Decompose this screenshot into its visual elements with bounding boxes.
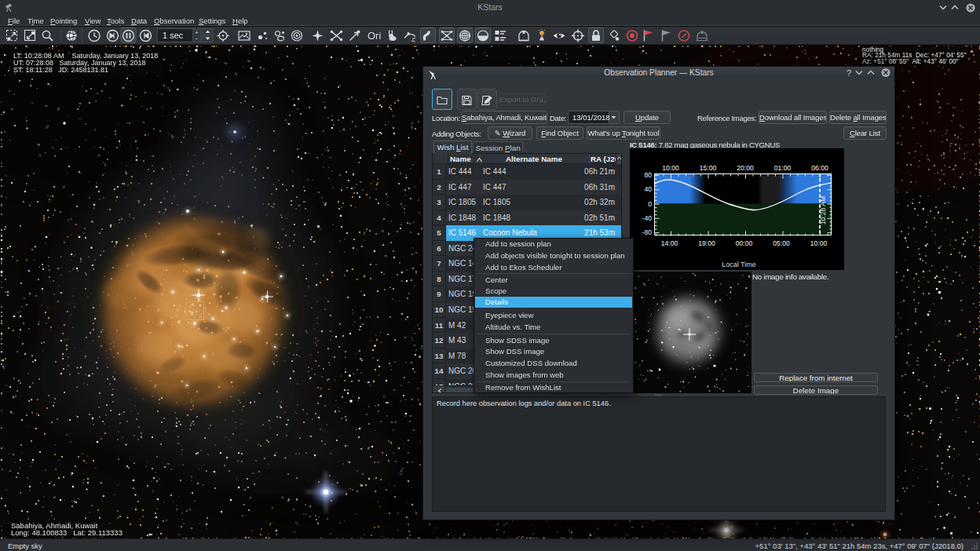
svg-text:40: 40 xyxy=(644,185,652,193)
svg-text:00:00: 00:00 xyxy=(736,239,753,247)
svg-text:14:00: 14:00 xyxy=(661,239,678,247)
svg-text:15:00: 15:00 xyxy=(700,164,717,172)
svg-text:-40: -40 xyxy=(642,214,653,222)
svg-text:10:00: 10:00 xyxy=(810,239,828,247)
svg-text:80: 80 xyxy=(644,171,652,179)
svg-text:1 sec: 1 sec xyxy=(163,31,184,40)
svg-text:20:00: 20:00 xyxy=(737,164,754,172)
svg-text:-80: -80 xyxy=(642,228,653,236)
svg-text:01:00: 01:00 xyxy=(774,164,792,172)
svg-text:10:28 AM: 10:28 AM xyxy=(819,196,827,224)
svg-text:Local Time: Local Time xyxy=(722,261,756,268)
svg-text:0: 0 xyxy=(648,200,652,208)
svg-text:-: - xyxy=(196,35,198,42)
svg-text:10:00: 10:00 xyxy=(662,164,679,172)
svg-text:Ori: Ori xyxy=(368,30,381,42)
svg-text:05:00: 05:00 xyxy=(773,239,790,247)
svg-text:19:00: 19:00 xyxy=(698,239,715,247)
svg-text:06:00: 06:00 xyxy=(811,164,828,172)
svg-text:?: ? xyxy=(847,68,851,78)
